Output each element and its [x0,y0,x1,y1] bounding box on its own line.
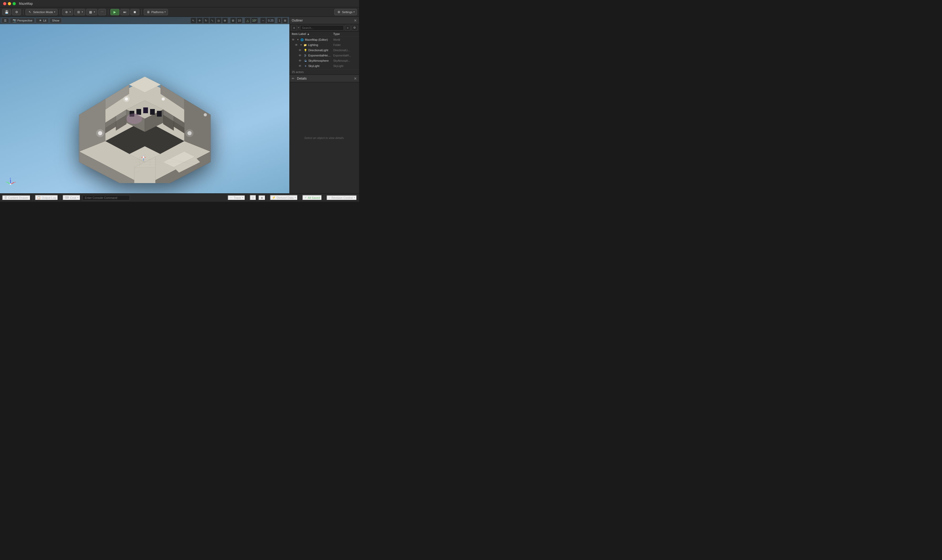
vp-sep-1 [229,18,229,23]
scale-value[interactable]: 0.25 [267,18,274,23]
close-button[interactable] [3,2,6,5]
chevron-down-icon: ▾ [54,11,55,13]
camera-status-icon: ⊙ [252,196,254,199]
camera-status-button[interactable]: ⊙ [250,195,256,200]
svg-point-49 [126,114,142,124]
console-input[interactable] [83,195,130,200]
svg-point-62 [10,183,11,185]
platforms-button[interactable]: 🖥 Platforms ▾ [144,9,168,15]
output-log-button[interactable]: 📋 Output Log [35,195,58,200]
cmd-button[interactable]: ⌨ Cmd ▾ [63,195,80,200]
maximize-viewport[interactable]: ⊞ [282,18,288,23]
outliner-item-directional-light[interactable]: 👁 💡 DirectionalLight DirectionalLi... [290,48,359,53]
chevron-down-icon-6: ▾ [353,11,355,13]
visibility-icon-sky-atm: 👁 [299,59,301,62]
angle-tool[interactable]: △ [245,18,250,23]
outliner-search-input[interactable] [300,25,344,31]
play-icon: ▶ [113,10,117,14]
lit-button[interactable]: ☀ Lit [36,18,49,23]
skip-button[interactable]: ⏭ [120,9,130,15]
snap-icon: ⊞ [77,10,81,14]
trace-button[interactable]: 〰 Trace ▾ [228,195,245,200]
app-title: MazeMap [19,2,33,6]
all-saved-button[interactable]: ✓ All Saved [302,195,322,200]
outliner-item-skylight[interactable]: 👁 ☀ SkyLight SkyLight [290,63,359,69]
viewport-menu-button[interactable]: ☰ [2,18,9,23]
visibility-icon-skylight: 👁 [299,65,301,68]
selection-mode-button[interactable]: ↖ Selection Mode ▾ [26,9,57,15]
outliner-options-button[interactable]: ⚙ [352,25,358,31]
outliner-settings-button[interactable]: + [345,25,351,31]
trace-icon: 〰 [230,196,233,199]
transform-tool[interactable]: ◎ [216,18,222,23]
expand-arrow-mazemap: ▼ [297,38,299,41]
perspective-label: Perspective [17,19,32,22]
viewport[interactable]: ☰ 📷 Perspective ☀ Lit Show ↖ ✛ ↻ ⤡ ◎ ⊕ [0,17,289,193]
actor-count-label: 25 actors [292,71,304,74]
lighting-type: Folder [333,44,357,46]
svg-rect-19 [143,108,148,113]
view-count[interactable]: 1 [277,18,282,23]
rotate-tool[interactable]: ↻ [203,18,209,23]
outliner-item-mazemap[interactable]: 👁 ▼ 🌐 MazeMap (Editor) World [290,37,359,42]
platforms-label: Platforms [151,11,163,14]
right-panel: Outliner ✕ ≡ ▾ + ⚙ Item Label ▲ Type 👁 ▼ [289,17,359,193]
build-button[interactable]: ⚙ [12,9,21,15]
title-bar: MazeMap [0,0,359,7]
content-drawer-button[interactable]: 🗄 Content Drawer [2,195,31,200]
outliner-toolbar: ≡ ▾ + ⚙ [290,24,359,32]
perspective-button[interactable]: 📷 Perspective [10,18,35,23]
derived-data-button[interactable]: ⚡ Derived Data ▾ [270,195,298,200]
angle-value[interactable]: 10° [251,18,258,23]
grid-toggle[interactable]: ⊞ [230,18,236,23]
minimize-button[interactable] [8,2,11,5]
type-column: Type [333,32,357,35]
outliner-filter-button[interactable]: ≡ [291,25,297,31]
outliner-title: Outliner [292,18,352,22]
transform-button[interactable]: ⊕ ▾ [62,9,73,15]
record-button[interactable]: ⏺ [258,195,265,200]
sun-icon: ☀ [38,18,42,23]
snap-button[interactable]: ⊞ ▾ [74,9,85,15]
viewport-toolbar: ☰ 📷 Perspective ☀ Lit Show ↖ ✛ ↻ ⤡ ◎ ⊕ [0,17,289,24]
outliner-item-fog[interactable]: 👁 🌫 ExponentialHeightFog ExponentialH... [290,53,359,58]
show-button[interactable]: Show [50,18,62,23]
pencil-icon: ✏ [292,77,294,80]
scale-tool-icon[interactable]: ↔ [260,18,266,23]
lit-label: Lit [43,19,46,22]
details-close-button[interactable]: ✕ [354,77,357,81]
details-title: Details [297,77,352,80]
content-drawer-label: Content Drawer [8,196,28,199]
revision-chevron: ▾ [354,197,355,199]
settings-button[interactable]: ⚙ Settings ▾ [335,9,357,15]
play-button[interactable]: ▶ [110,9,119,15]
move-tool[interactable]: ✛ [197,18,203,23]
directional-light-icon: 💡 [304,48,307,52]
axis-indicator: X Y Z [5,178,16,188]
outliner-item-sky-atmosphere[interactable]: 👁 🌤 SkyAtmosphere SkyAtmosph... [290,58,359,63]
status-sep-5 [300,195,300,200]
grid-value[interactable]: 10 [237,18,242,23]
visibility-icon-mazemap: 👁 [292,38,294,41]
cinematic-button[interactable]: ▦ ▾ [86,9,97,15]
scale-tool[interactable]: ⤡ [210,18,215,23]
outliner-item-lighting[interactable]: 👁 ▼ 📁 Lighting Folder [290,42,359,48]
details-empty-message: Select an object to view details. [290,82,359,193]
svg-point-48 [204,113,207,116]
maximize-button[interactable] [12,2,16,5]
outliner-close-button[interactable]: ✕ [354,18,357,23]
derived-data-icon: ⚡ [272,196,276,199]
camera-tool[interactable]: ⊕ [222,18,228,23]
chevron-down-icon-4: ▾ [94,11,95,13]
svg-rect-20 [150,109,155,115]
stop-button[interactable]: ⏹ [130,9,139,15]
more-button[interactable]: ⋯ [98,9,106,15]
mazemap-type: World [333,38,357,41]
skylight-label: SkyLight [308,65,332,68]
chevron-down-icon-2: ▾ [69,11,71,13]
cmd-icon: ⌨ [65,196,69,199]
select-tool[interactable]: ↖ [191,18,196,23]
status-sep-3 [247,195,248,200]
save-button[interactable]: 💾 [2,9,11,15]
revision-control-button[interactable]: ⑂ Revision Control ▾ [327,195,357,200]
